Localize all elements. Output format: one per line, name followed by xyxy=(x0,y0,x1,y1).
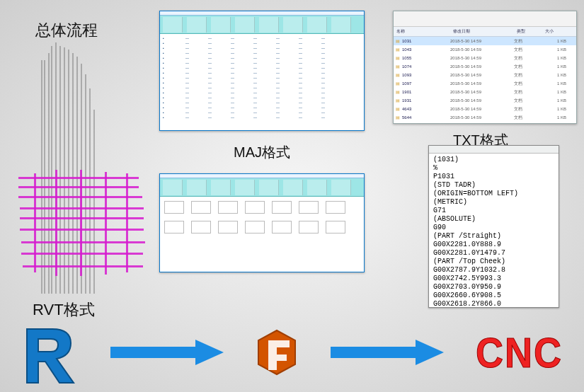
file-row[interactable]: ▤10742018-5-30 14:59文档1 KB xyxy=(394,62,576,71)
svg-marker-0 xyxy=(110,340,224,365)
ribbon-toolbar xyxy=(160,16,364,34)
notepad-titlebar xyxy=(429,146,559,154)
file-explorer: 名称 修改日期 类型 大小 ▤10312018-5-30 14:59文档1 KB… xyxy=(393,11,577,124)
file-row[interactable]: ▤10552018-5-30 14:59文档1 KB xyxy=(394,54,576,62)
file-row[interactable]: ▤10432018-5-30 14:59文档1 KB xyxy=(394,45,576,54)
file-row[interactable]: ▤56442018-5-30 14:59文档1 KB xyxy=(394,113,576,122)
col-date: 修改日期 xyxy=(450,27,514,36)
txt-content: (1031)%P1031(STD TADR)(ORIGIN=BOTTOM LEF… xyxy=(433,156,554,308)
col-size: 大小 xyxy=(542,27,566,36)
file-row[interactable]: ▤10932018-5-30 14:59文档1 KB xyxy=(394,71,576,79)
explorer-chrome xyxy=(394,11,576,27)
explorer-header: 名称 修改日期 类型 大小 xyxy=(394,27,576,37)
file-row[interactable]: ▤10972018-5-30 14:59文档1 KB xyxy=(394,79,576,88)
txt-file-preview: (1031)%P1031(STD TADR)(ORIGIN=BOTTOM LEF… xyxy=(428,145,559,308)
col-type: 类型 xyxy=(514,27,542,36)
rvt-label: RVT格式 xyxy=(33,299,95,321)
cnc-text: CNC xyxy=(476,330,563,374)
arrow-icon xyxy=(331,340,444,365)
file-row[interactable]: ▤46432018-5-30 14:59文档1 KB xyxy=(394,105,576,113)
arrow-icon xyxy=(110,340,224,365)
maj-template-window xyxy=(159,173,365,272)
workflow-diagram: CNC xyxy=(21,318,563,386)
maj-label: MAJ格式 xyxy=(234,143,290,162)
fabrication-logo-icon xyxy=(256,328,298,377)
col-name: 名称 xyxy=(394,27,450,36)
ribbon-toolbar xyxy=(160,178,364,197)
bim-3d-model xyxy=(13,32,147,294)
svg-marker-1 xyxy=(331,340,444,365)
file-row[interactable]: ▤19012018-5-30 14:59文档1 KB xyxy=(394,88,576,96)
data-grid: ▪——————— ▪——————— ▪——————— ▪——————— ▪———… xyxy=(160,34,364,122)
revit-logo-icon xyxy=(21,321,78,384)
file-row[interactable]: ▤10312018-5-30 14:59文档1 KB xyxy=(394,37,576,45)
file-row[interactable]: ▤19312018-5-30 14:59文档1 KB xyxy=(394,96,576,105)
file-row[interactable]: ▤74812018-5-30 14:59文档1 KB xyxy=(394,122,576,124)
maj-data-window: ▪——————— ▪——————— ▪——————— ▪——————— ▪———… xyxy=(159,11,365,131)
template-thumbnails xyxy=(160,197,364,238)
file-list: ▤10312018-5-30 14:59文档1 KB▤10432018-5-30… xyxy=(394,37,576,124)
